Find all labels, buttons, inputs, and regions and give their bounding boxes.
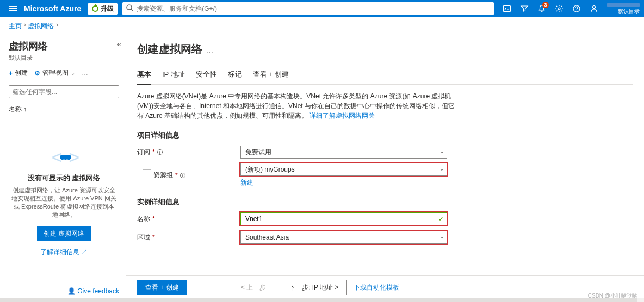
svg-point-8 <box>593 6 596 9</box>
chevron-right-icon: › <box>24 22 26 31</box>
chevron-right-icon: › <box>56 22 58 31</box>
plus-icon: + <box>9 70 13 77</box>
create-vnet-button[interactable]: 创建 虚拟网络 <box>37 226 91 241</box>
help-icon[interactable] <box>568 0 585 17</box>
download-template-link[interactable]: 下载自动化模板 <box>354 283 399 292</box>
info-icon[interactable]: i <box>180 173 185 178</box>
account-name-obscured <box>607 3 640 7</box>
resource-group-select[interactable]: (新项) myGroups⌄ <box>240 163 447 176</box>
give-feedback-link[interactable]: 👤 Give feedback <box>67 287 119 295</box>
svg-rect-2 <box>9 10 17 11</box>
subscription-label: 订阅 * i <box>137 148 240 157</box>
new-resource-group-link[interactable]: 新建 <box>240 178 447 187</box>
upgrade-label: 升级 <box>101 4 114 14</box>
upgrade-icon <box>92 5 98 12</box>
more-menu[interactable]: … <box>82 70 88 77</box>
feedback-icon[interactable] <box>585 0 603 17</box>
sidebar-subtitle: 默认目录 <box>9 54 119 62</box>
resource-group-label: 资源组 * i <box>153 171 240 180</box>
tab-basic[interactable]: 基本 <box>137 66 151 85</box>
tab-tags[interactable]: 标记 <box>228 66 242 84</box>
main-content: 创建虚拟网络… 基本 IP 地址 安全性 标记 查看 + 创建 Azure 虚拟… <box>126 35 644 299</box>
subscription-value: 免费试用 <box>245 148 271 157</box>
topbar-right: 3 默认目录 <box>498 0 640 17</box>
section-project-details: 项目详细信息 <box>137 130 633 140</box>
form-scroll[interactable]: Azure 虚拟网络(VNet)是 Azure 中专用网络的基本构造块。VNet… <box>126 85 644 299</box>
chevron-down-icon: ⌄ <box>439 166 444 172</box>
notification-badge: 3 <box>542 2 549 8</box>
info-icon[interactable]: i <box>157 149 163 155</box>
svg-rect-0 <box>9 6 17 7</box>
brand-label: Microsoft Azure <box>24 4 81 13</box>
sidebar: « 虚拟网络 默认目录 +创建 ⚙管理视图⌄ … 名称 ↑ <•••> 没有可显… <box>0 35 126 299</box>
resource-group-value: (新项) myGroups <box>245 165 295 174</box>
search-input[interactable] <box>137 5 491 12</box>
tab-review[interactable]: 查看 + 创建 <box>253 66 289 84</box>
global-search[interactable] <box>122 2 494 15</box>
chevron-down-icon: ⌄ <box>439 234 444 240</box>
learn-more-link[interactable]: 了解详细信息 ↗ <box>11 248 117 257</box>
empty-desc: 创建虚拟网络，让 Azure 资源可以安全地实现相互连接。使用 Azure VP… <box>11 186 117 219</box>
vnet-name-input[interactable] <box>245 215 435 223</box>
person-icon: 👤 <box>67 287 76 295</box>
directory-filter-icon[interactable] <box>516 0 533 17</box>
review-create-button[interactable]: 查看 + 创建 <box>137 280 187 295</box>
sidebar-toolbar: +创建 ⚙管理视图⌄ … <box>9 68 119 78</box>
manage-view-button[interactable]: ⚙管理视图⌄ <box>34 68 75 78</box>
horizontal-scrollbar[interactable] <box>0 298 644 302</box>
chevron-down-icon: ⌄ <box>71 70 75 76</box>
breadcrumb-home[interactable]: 主页 <box>9 22 22 31</box>
check-icon: ✓ <box>438 215 444 223</box>
create-label: 创建 <box>15 68 28 78</box>
cloud-shell-icon[interactable] <box>498 0 516 17</box>
region-value: Southeast Asia <box>245 234 289 241</box>
breadcrumb: 主页 › 虚拟网络 › <box>0 17 644 35</box>
create-button[interactable]: +创建 <box>9 68 28 78</box>
svg-rect-1 <box>9 8 17 9</box>
empty-title: 没有可显示的 虚拟网络 <box>11 173 117 183</box>
vnet-empty-icon: <•••> <box>11 147 117 168</box>
section-instance-details: 实例详细信息 <box>137 197 633 207</box>
search-icon <box>126 4 134 14</box>
page-title: 创建虚拟网络 <box>137 42 202 56</box>
sidebar-title: 虚拟网络 <box>9 40 119 53</box>
region-select[interactable]: Southeast Asia⌄ <box>240 231 447 244</box>
svg-line-4 <box>131 9 133 11</box>
notifications-icon[interactable]: 3 <box>533 0 550 17</box>
external-icon: ↗ <box>81 248 88 256</box>
subscription-select[interactable]: 免费试用⌄ <box>240 146 447 159</box>
sort-label: 名称 ↑ <box>9 105 27 114</box>
filter-input[interactable] <box>9 85 119 98</box>
directory-label: 默认目录 <box>618 8 640 15</box>
previous-button: < 上一步 <box>233 280 274 295</box>
svg-rect-5 <box>504 6 511 12</box>
name-label: 名称 * <box>137 215 240 224</box>
tabs: 基本 IP 地址 安全性 标记 查看 + 创建 <box>137 66 633 85</box>
feedback-label: Give feedback <box>77 287 119 295</box>
tab-ip[interactable]: IP 地址 <box>162 66 185 84</box>
svg-point-3 <box>127 5 132 10</box>
svg-point-6 <box>558 8 560 10</box>
wizard-footer: 查看 + 创建 < 上一步 下一步: IP 地址 > 下载自动化模板 <box>126 275 644 299</box>
sort-name-header[interactable]: 名称 ↑ <box>9 105 119 114</box>
top-bar: Microsoft Azure 升级 3 默认目录 <box>0 0 644 17</box>
hamburger-icon[interactable] <box>4 0 22 17</box>
breadcrumb-vnet[interactable]: 虚拟网络 <box>28 22 54 31</box>
vnet-description: Azure 虚拟网络(VNet)是 Azure 中专用网络的基本构造块。VNet… <box>137 91 458 121</box>
settings-icon[interactable] <box>550 0 568 17</box>
empty-state: <•••> 没有可显示的 虚拟网络 创建虚拟网络，让 Azure 资源可以安全地… <box>9 147 119 257</box>
desc-link[interactable]: 详细了解虚拟网络网关 <box>309 111 375 121</box>
account-menu[interactable]: 默认目录 <box>607 3 640 15</box>
name-field-wrap: ✓ <box>240 212 447 225</box>
learn-more-label: 了解详细信息 <box>40 248 79 256</box>
tab-security[interactable]: 安全性 <box>196 66 217 84</box>
more-actions-icon[interactable]: … <box>207 47 213 54</box>
next-button[interactable]: 下一步: IP 地址 > <box>281 280 346 295</box>
upgrade-button[interactable]: 升级 <box>88 3 118 15</box>
gear-icon: ⚙ <box>34 70 40 77</box>
desc-text: Azure 虚拟网络(VNet)是 Azure 中专用网络的基本构造块。VNet… <box>137 92 455 119</box>
chevron-down-icon: ⌄ <box>439 148 444 154</box>
manage-view-label: 管理视图 <box>42 68 69 78</box>
region-label: 区域 * <box>137 233 240 242</box>
collapse-icon[interactable]: « <box>117 40 121 48</box>
